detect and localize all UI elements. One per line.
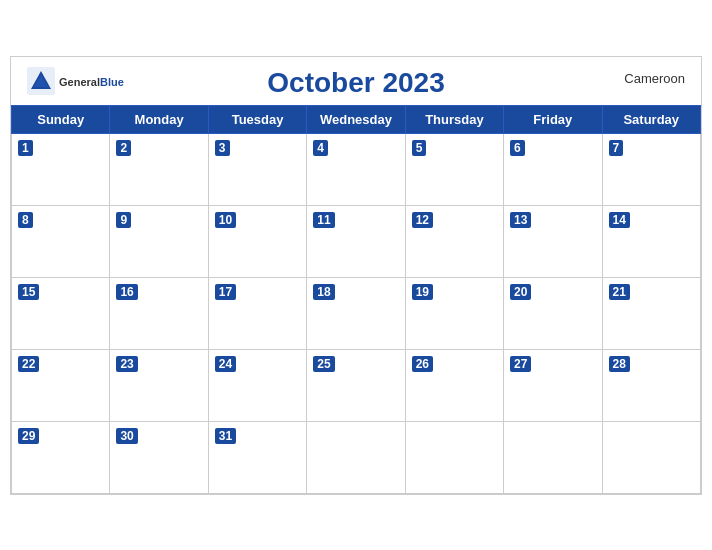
- calendar-cell: 1: [12, 133, 110, 205]
- day-number-22: 22: [18, 356, 39, 372]
- calendar-cell: [405, 421, 503, 493]
- day-number-8: 8: [18, 212, 33, 228]
- calendar-cell: 28: [602, 349, 700, 421]
- week-row-2: 891011121314: [12, 205, 701, 277]
- calendar-cell: 9: [110, 205, 208, 277]
- header-wednesday: Wednesday: [307, 105, 405, 133]
- day-number-17: 17: [215, 284, 236, 300]
- day-number-28: 28: [609, 356, 630, 372]
- header-saturday: Saturday: [602, 105, 700, 133]
- calendar-cell: 24: [208, 349, 306, 421]
- calendar-cell: 30: [110, 421, 208, 493]
- calendar-body: 1234567891011121314151617181920212223242…: [12, 133, 701, 493]
- header-sunday: Sunday: [12, 105, 110, 133]
- calendar-cell: 20: [504, 277, 602, 349]
- calendar-cell: 16: [110, 277, 208, 349]
- day-number-29: 29: [18, 428, 39, 444]
- logo-blue-text: Blue: [100, 76, 124, 88]
- calendar-cell: 3: [208, 133, 306, 205]
- calendar-cell: 10: [208, 205, 306, 277]
- calendar-cell: 13: [504, 205, 602, 277]
- calendar-title: October 2023: [267, 67, 444, 99]
- header-monday: Monday: [110, 105, 208, 133]
- day-number-9: 9: [116, 212, 131, 228]
- day-number-21: 21: [609, 284, 630, 300]
- calendar-cell: 8: [12, 205, 110, 277]
- day-number-31: 31: [215, 428, 236, 444]
- week-row-1: 1234567: [12, 133, 701, 205]
- day-number-4: 4: [313, 140, 328, 156]
- calendar-container: GeneralBlue October 2023 Cameroon Sunday…: [10, 56, 702, 495]
- calendar-cell: 18: [307, 277, 405, 349]
- calendar-cell: 25: [307, 349, 405, 421]
- calendar-cell: 23: [110, 349, 208, 421]
- logo-general-text: General: [59, 76, 100, 88]
- calendar-cell: [504, 421, 602, 493]
- day-number-15: 15: [18, 284, 39, 300]
- calendar-header: GeneralBlue October 2023 Cameroon: [11, 57, 701, 105]
- calendar-cell: [307, 421, 405, 493]
- header-thursday: Thursday: [405, 105, 503, 133]
- calendar-cell: 21: [602, 277, 700, 349]
- header-friday: Friday: [504, 105, 602, 133]
- calendar-cell: 17: [208, 277, 306, 349]
- day-number-1: 1: [18, 140, 33, 156]
- calendar-cell: 19: [405, 277, 503, 349]
- calendar-cell: 26: [405, 349, 503, 421]
- day-number-23: 23: [116, 356, 137, 372]
- day-number-10: 10: [215, 212, 236, 228]
- day-number-3: 3: [215, 140, 230, 156]
- day-number-19: 19: [412, 284, 433, 300]
- day-number-20: 20: [510, 284, 531, 300]
- day-number-6: 6: [510, 140, 525, 156]
- calendar-cell: 27: [504, 349, 602, 421]
- calendar-grid: Sunday Monday Tuesday Wednesday Thursday…: [11, 105, 701, 494]
- day-number-25: 25: [313, 356, 334, 372]
- week-row-3: 15161718192021: [12, 277, 701, 349]
- calendar-cell: 6: [504, 133, 602, 205]
- day-number-2: 2: [116, 140, 131, 156]
- calendar-cell: 12: [405, 205, 503, 277]
- day-number-24: 24: [215, 356, 236, 372]
- country-label: Cameroon: [624, 71, 685, 86]
- week-row-4: 22232425262728: [12, 349, 701, 421]
- logo-area: GeneralBlue: [27, 67, 124, 95]
- day-number-16: 16: [116, 284, 137, 300]
- calendar-cell: 31: [208, 421, 306, 493]
- calendar-cell: 29: [12, 421, 110, 493]
- day-number-7: 7: [609, 140, 624, 156]
- calendar-cell: 4: [307, 133, 405, 205]
- calendar-cell: 15: [12, 277, 110, 349]
- day-number-27: 27: [510, 356, 531, 372]
- calendar-cell: 2: [110, 133, 208, 205]
- weekday-header-row: Sunday Monday Tuesday Wednesday Thursday…: [12, 105, 701, 133]
- calendar-cell: [602, 421, 700, 493]
- day-number-13: 13: [510, 212, 531, 228]
- week-row-5: 293031: [12, 421, 701, 493]
- calendar-cell: 22: [12, 349, 110, 421]
- day-number-26: 26: [412, 356, 433, 372]
- calendar-cell: 7: [602, 133, 700, 205]
- calendar-cell: 11: [307, 205, 405, 277]
- day-number-30: 30: [116, 428, 137, 444]
- day-number-12: 12: [412, 212, 433, 228]
- general-blue-logo-icon: [27, 67, 55, 95]
- day-number-11: 11: [313, 212, 334, 228]
- calendar-cell: 14: [602, 205, 700, 277]
- day-number-14: 14: [609, 212, 630, 228]
- day-number-5: 5: [412, 140, 427, 156]
- logo-text: GeneralBlue: [59, 72, 124, 90]
- day-number-18: 18: [313, 284, 334, 300]
- calendar-cell: 5: [405, 133, 503, 205]
- header-tuesday: Tuesday: [208, 105, 306, 133]
